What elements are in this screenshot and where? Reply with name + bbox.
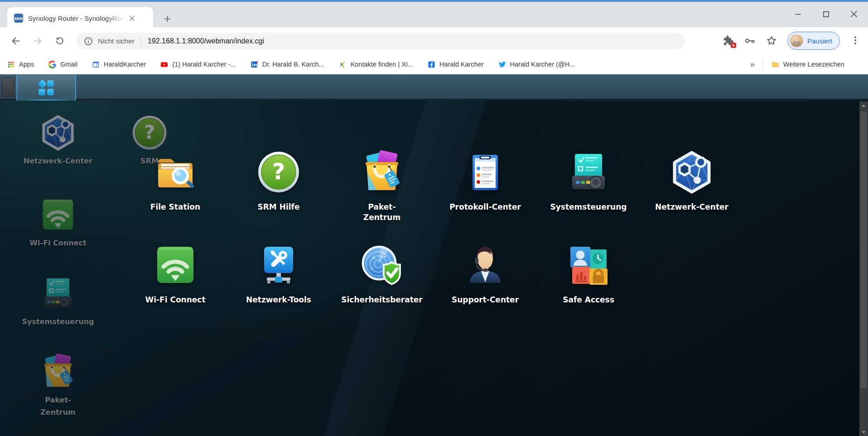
app-label: Protokoll-Center [449, 202, 521, 212]
app-wifi-connect[interactable]: Wi-Fi Connect [124, 243, 227, 336]
minimize-icon [793, 10, 803, 19]
bookmark-label: Dr. Harald B. Karch... [262, 61, 324, 68]
password-manager-button[interactable] [744, 35, 756, 47]
app-label: Paket-Zentrum [363, 202, 400, 223]
control-panel-icon [567, 150, 610, 194]
safe-access-tiles-icon [567, 243, 610, 287]
profile-button[interactable]: Pausiert [787, 32, 840, 50]
bookmarks-overflow-button[interactable]: » [750, 60, 755, 69]
bookmark-haraldkarcher[interactable]: HaraldKarcher [92, 61, 146, 68]
app-safe-access[interactable]: Safe Access [537, 243, 640, 336]
address-bar[interactable]: Nicht sicher 192.168.1.1:8000/webman/ind… [76, 33, 685, 49]
tab-close-button[interactable] [127, 13, 137, 23]
new-tab-button[interactable] [160, 12, 174, 25]
info-icon[interactable] [83, 36, 93, 46]
bookmark-youtube[interactable]: (1) Harald Karcher -... [160, 61, 236, 68]
srm-left-tab-stub[interactable] [1, 77, 14, 97]
srm-top-bar [0, 74, 868, 101]
app-grid-menu-icon [37, 79, 55, 97]
srm-favicon-icon [14, 13, 24, 23]
xing-icon [339, 61, 347, 68]
omnibox-divider [141, 37, 141, 46]
triangle-down-icon [861, 429, 867, 435]
bookmark-label: Gmail [60, 61, 77, 68]
url-text[interactable]: 192.168.1.1:8000/webman/index.cgi [148, 37, 264, 45]
wifi-square-icon [154, 243, 197, 287]
app-label: Safe Access [563, 295, 614, 305]
app-netzwerk-tools[interactable]: Netzwerk-Tools [227, 243, 330, 336]
close-button[interactable] [840, 4, 868, 24]
srm-desktop[interactable]: Netzwerk-CenterSRMWi-Fi ConnectSystemste… [0, 101, 868, 436]
app-label: Support-Center [452, 295, 519, 305]
security-radar-shield-icon [360, 243, 404, 287]
app-label: Netzwerk-Tools [246, 295, 311, 305]
minimize-button[interactable] [784, 4, 812, 24]
apps-grid-icon [7, 61, 15, 68]
scrollbar-thumb[interactable] [860, 111, 868, 389]
network-tools-icon [257, 243, 300, 287]
profile-status-label: Pausiert [807, 37, 832, 45]
avatar [790, 34, 803, 48]
app-label: Netzwerk-Center [655, 202, 728, 212]
maximize-icon [821, 10, 831, 19]
bookmark-xing[interactable]: Kontakte finden | XI... [339, 61, 413, 68]
facebook-icon [428, 61, 435, 68]
app-systemsteuerung[interactable]: Systemsteuerung [537, 150, 640, 243]
extension-error-badge: x [731, 43, 736, 48]
bookmark-label: HaraldKarcher [104, 61, 146, 68]
support-agent-icon [463, 243, 507, 287]
chrome-menu-button[interactable] [850, 35, 862, 47]
app-support-center[interactable]: Support-Center [434, 243, 537, 336]
bookmark-twitter[interactable]: Harald Karcher (@H... [498, 61, 575, 68]
browser-window: Synology Router - SynologyRoute Nicht si… [0, 0, 868, 436]
key-icon [744, 35, 756, 47]
bookmark-label: Kontakte finden | XI... [351, 61, 413, 68]
app-protokoll-center[interactable]: Protokoll-Center [434, 150, 537, 243]
twitter-icon [498, 61, 506, 68]
app-netzwerk-center[interactable]: Netzwerk-Center [640, 150, 743, 243]
bookmark-linkedin[interactable]: Dr. Harald B. Karch... [251, 61, 324, 68]
app-sicherheitsberater[interactable]: Sicherheitsberater [330, 243, 434, 336]
back-button[interactable] [8, 33, 23, 48]
bookmark-facebook[interactable]: Harald Karcher [428, 61, 484, 68]
reload-button[interactable] [52, 33, 68, 48]
star-icon [766, 35, 777, 47]
app-label: Wi-Fi Connect [145, 295, 205, 305]
bookmark-apps[interactable]: Apps [7, 61, 34, 68]
google-g-icon [48, 61, 56, 68]
app-label: SRM Hilfe [258, 202, 300, 212]
bookmark-gmail[interactable]: Gmail [48, 61, 77, 68]
browser-tab[interactable]: Synology Router - SynologyRoute [7, 7, 153, 29]
maximize-button[interactable] [812, 4, 840, 24]
app-srm-hilfe[interactable]: SRM Hilfe [227, 150, 330, 243]
forward-button[interactable] [30, 33, 45, 48]
page-scrollbar[interactable] [859, 101, 868, 436]
scroll-up-button[interactable] [859, 101, 868, 110]
folder-icon [772, 61, 779, 68]
bookmarks-bar: AppsGmailHaraldKarcher(1) Harald Karcher… [0, 54, 868, 74]
extension-button[interactable]: x [722, 35, 734, 47]
help-circle-icon [257, 150, 300, 194]
app-menu-grid: File StationSRM HilfePaket-ZentrumProtok… [124, 150, 743, 336]
app-label: Sicherheitsberater [341, 295, 422, 305]
other-bookmarks-label: Weitere Lesezeichen [783, 61, 844, 68]
network-hexagon-icon [670, 150, 714, 194]
browser-toolbar: Nicht sicher 192.168.1.1:8000/webman/ind… [0, 27, 868, 54]
youtube-icon [160, 61, 168, 68]
scroll-down-button[interactable] [859, 428, 868, 436]
other-bookmarks-button[interactable]: Weitere Lesezeichen [772, 61, 844, 68]
forward-arrow-icon [33, 36, 43, 46]
app-paket-zentrum[interactable]: Paket-Zentrum [330, 150, 434, 243]
tab-strip: Synology Router - SynologyRoute [0, 0, 868, 27]
bookmark-label: (1) Harald Karcher -... [172, 61, 236, 68]
close-icon [849, 9, 859, 19]
main-menu-tab[interactable] [16, 75, 76, 101]
security-label[interactable]: Nicht sicher [98, 37, 135, 45]
bookmarks-divider [763, 58, 763, 70]
back-arrow-icon [10, 36, 21, 46]
app-label: Systemsteuerung [550, 202, 627, 212]
reload-icon [55, 36, 65, 46]
app-file-station[interactable]: File Station [124, 150, 227, 243]
package-bag-icon [360, 150, 404, 194]
bookmark-star-button[interactable] [766, 35, 777, 47]
